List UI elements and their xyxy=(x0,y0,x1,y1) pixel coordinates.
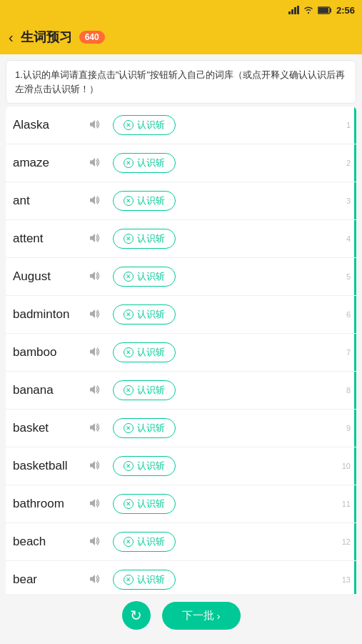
recognize-button[interactable]: ✕ 认识斩 xyxy=(113,115,176,135)
green-bar xyxy=(354,106,356,144)
recognize-label: 认识斩 xyxy=(137,384,165,397)
word-row: Alaska ✕ 认识斩 1 xyxy=(6,106,356,144)
row-number: 9 xyxy=(346,424,351,432)
x-icon: ✕ xyxy=(124,309,134,319)
back-button[interactable]: ‹ xyxy=(9,29,14,46)
row-number: 1 xyxy=(346,121,351,129)
recognize-button[interactable]: ✕ 认识斩 xyxy=(113,418,176,438)
sound-icon[interactable] xyxy=(89,157,101,169)
row-number: 10 xyxy=(342,462,351,470)
recognize-label: 认识斩 xyxy=(137,497,165,510)
recognize-label: 认识斩 xyxy=(137,270,165,283)
refresh-icon: ↻ xyxy=(130,607,142,624)
word-row: banana ✕ 认识斩 8 xyxy=(6,372,356,410)
info-box: 1.认识的单词请直接点击"认识斩"按钮斩入自己的词库（或点开释义确认认识后再左滑… xyxy=(6,60,356,104)
word-text: attent xyxy=(13,232,84,246)
bottom-bar: ↻ 下一批 › xyxy=(0,594,362,644)
word-row: beach ✕ 认识斩 12 xyxy=(6,523,356,561)
sound-icon[interactable] xyxy=(89,536,101,548)
recognize-button[interactable]: ✕ 认识斩 xyxy=(113,532,176,552)
svg-rect-2 xyxy=(294,7,296,14)
word-row: attent ✕ 认识斩 4 xyxy=(6,220,356,258)
sound-icon[interactable] xyxy=(89,119,101,132)
x-icon: ✕ xyxy=(124,461,134,471)
row-number: 3 xyxy=(346,197,351,205)
x-icon: ✕ xyxy=(124,272,134,282)
battery-icon xyxy=(318,6,332,14)
green-bar xyxy=(354,372,356,409)
word-text: Alaska xyxy=(13,118,84,132)
recognize-label: 认识斩 xyxy=(137,157,165,169)
sound-icon[interactable] xyxy=(89,460,101,472)
recognize-label: 认识斩 xyxy=(137,573,165,586)
signal-icon xyxy=(288,6,299,14)
word-text: bear xyxy=(13,573,84,587)
sound-icon[interactable] xyxy=(89,347,101,359)
row-number: 5 xyxy=(346,272,351,281)
green-bar xyxy=(354,447,356,485)
page-title: 生词预习 xyxy=(21,29,72,46)
svg-rect-0 xyxy=(288,11,291,14)
recognize-button[interactable]: ✕ 认识斩 xyxy=(113,153,176,173)
row-number: 2 xyxy=(346,159,351,167)
green-bar xyxy=(354,410,356,447)
sound-icon[interactable] xyxy=(89,498,101,510)
recognize-button[interactable]: ✕ 认识斩 xyxy=(113,229,176,249)
row-number: 12 xyxy=(342,538,351,546)
recognize-button[interactable]: ✕ 认识斩 xyxy=(113,380,176,400)
status-time: 2:56 xyxy=(336,5,355,16)
svg-rect-1 xyxy=(291,9,293,14)
status-bar: 2:56 xyxy=(0,0,362,20)
recognize-button[interactable]: ✕ 认识斩 xyxy=(113,267,176,287)
sound-icon[interactable] xyxy=(89,385,101,397)
recognize-button[interactable]: ✕ 认识斩 xyxy=(113,494,176,514)
green-bar xyxy=(354,220,356,257)
word-row: basketball ✕ 认识斩 10 xyxy=(6,447,356,485)
row-number: 8 xyxy=(346,386,351,395)
recognize-label: 认识斩 xyxy=(137,460,165,472)
sound-icon[interactable] xyxy=(89,309,101,321)
word-row: bamboo ✕ 认识斩 7 xyxy=(6,334,356,372)
x-icon: ✕ xyxy=(124,196,134,206)
word-row: August ✕ 认识斩 5 xyxy=(6,258,356,296)
x-icon: ✕ xyxy=(124,158,134,168)
recognize-label: 认识斩 xyxy=(137,119,165,132)
green-bar xyxy=(354,296,356,333)
next-batch-button[interactable]: 下一批 › xyxy=(162,602,241,630)
recognize-button[interactable]: ✕ 认识斩 xyxy=(113,304,176,325)
word-text: badminton xyxy=(13,307,84,322)
word-text: ant xyxy=(13,194,84,208)
recognize-label: 认识斩 xyxy=(137,194,165,207)
green-bar xyxy=(354,182,356,219)
recognize-label: 认识斩 xyxy=(137,232,165,245)
green-bar xyxy=(354,523,356,560)
word-text: basket xyxy=(13,421,84,435)
sound-icon[interactable] xyxy=(89,195,101,207)
row-number: 7 xyxy=(346,348,351,357)
green-bar xyxy=(354,144,356,182)
recognize-button[interactable]: ✕ 认识斩 xyxy=(113,342,176,362)
sound-icon[interactable] xyxy=(89,422,101,435)
x-icon: ✕ xyxy=(124,499,134,509)
next-batch-label: 下一批 xyxy=(182,609,214,623)
info-text: 1.认识的单词请直接点击"认识斩"按钮斩入自己的词库（或点开释义确认认识后再左滑… xyxy=(15,69,345,94)
word-text: bamboo xyxy=(13,345,84,360)
word-row: amaze ✕ 认识斩 2 xyxy=(6,144,356,182)
wifi-icon xyxy=(303,6,313,14)
svg-rect-5 xyxy=(318,8,328,13)
recognize-button[interactable]: ✕ 认识斩 xyxy=(113,191,176,211)
word-row: ant ✕ 认识斩 3 xyxy=(6,182,356,220)
word-count-badge: 640 xyxy=(79,31,105,44)
sound-icon[interactable] xyxy=(89,233,101,245)
word-row: badminton ✕ 认识斩 6 xyxy=(6,296,356,334)
svg-rect-3 xyxy=(297,6,299,14)
word-text: banana xyxy=(13,383,84,397)
x-icon: ✕ xyxy=(124,347,134,357)
recognize-button[interactable]: ✕ 认识斩 xyxy=(113,570,176,590)
word-text: beach xyxy=(13,535,84,549)
green-bar xyxy=(354,485,356,522)
recognize-button[interactable]: ✕ 认识斩 xyxy=(113,456,176,476)
sound-icon[interactable] xyxy=(89,271,101,283)
sound-icon[interactable] xyxy=(89,574,101,586)
refresh-button[interactable]: ↻ xyxy=(122,601,151,630)
